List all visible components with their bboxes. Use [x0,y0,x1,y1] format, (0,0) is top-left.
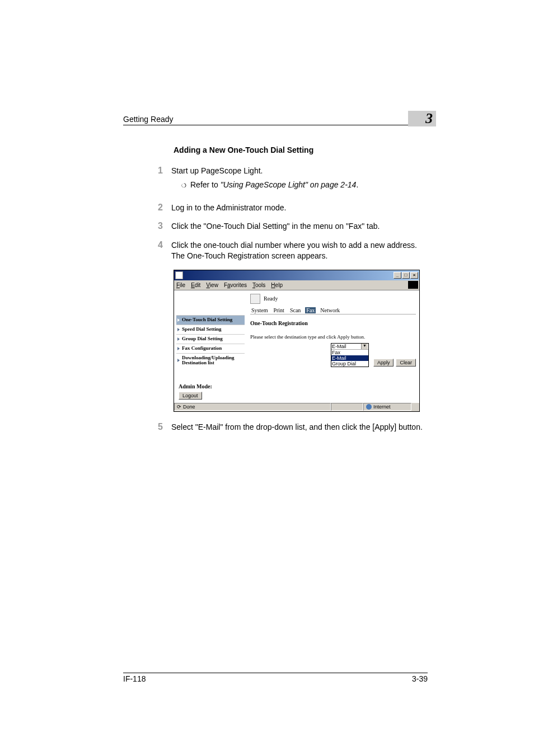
step-text: Log in to the Administrator mode. [171,203,286,214]
close-button[interactable]: × [410,272,418,279]
step-3: 3 Click the "One-Touch Dial Setting" in … [174,221,428,232]
chevron-right-icon [177,359,180,362]
step-number: 5 [158,422,171,433]
step-text: Start up PageScope Light. [171,166,358,177]
select-value: E-Mail [332,344,346,349]
chevron-right-icon [177,347,180,350]
status-zone: Internet [363,403,411,411]
step-number: 3 [158,221,171,232]
select-option[interactable]: E-Mail [331,355,368,361]
step-number: 2 [158,203,171,214]
embedded-screenshot: _ □ × File Edit View Favorites Tools Hel… [174,270,420,412]
chapter-number: 3 [425,110,433,126]
device-status: Ready [264,295,278,302]
sidebar-item-faxconfig[interactable]: Fax Configuration [176,344,245,353]
sidebar-item-groupdial[interactable]: Group Dial Setting [176,334,245,344]
clear-button[interactable]: Clear [396,359,416,367]
tab-print[interactable]: Print [272,307,285,313]
hollow-bullet-icon [181,180,190,189]
chevron-right-icon [177,318,180,322]
chapter-badge: 3 [408,111,436,126]
page-footer: IF-118 3-39 [123,673,428,683]
app-icon [175,271,183,279]
chevron-right-icon [177,337,180,341]
browser-logo-icon [408,281,418,289]
chevron-down-icon: ▼ [361,344,368,349]
tab-bar: System Print Scan Fax Network [250,307,416,314]
minimize-button[interactable]: _ [394,272,401,279]
menu-edit[interactable]: Edit [191,282,200,288]
section-title: Adding a New One-Touch Dial Setting [174,145,428,154]
footer-page-number: 3-39 [412,674,428,683]
tab-network[interactable]: Network [319,307,341,313]
sidebar-item-download[interactable]: Downloading/Uploading Destination list [176,353,245,368]
step-2: 2 Log in to the Administrator mode. [174,203,428,214]
status-segment [331,403,363,411]
menu-help[interactable]: Help [271,282,283,288]
select-option[interactable]: Fax [331,350,368,355]
browser-statusbar: ⟳ Done Internet [174,402,419,411]
menu-tools[interactable]: Tools [252,282,265,288]
tab-fax[interactable]: Fax [305,307,316,313]
sidebar: One-Touch Dial Setting Speed Dial Settin… [174,290,247,402]
step-5: 5 Select "E-Mail" from the drop-down lis… [174,422,428,433]
destination-type-select[interactable]: E-Mail ▼ Fax E-Mail Group Dial [331,343,369,367]
chevron-right-icon [177,328,180,331]
refresh-icon: ⟳ [177,403,181,410]
browser-menubar: File Edit View Favorites Tools Help [174,280,419,290]
step-text: Click the "One-Touch Dial Setting" in th… [171,221,380,232]
apply-button[interactable]: Apply [373,359,394,367]
window-titlebar: _ □ × [174,270,419,280]
menu-favorites[interactable]: Favorites [224,282,247,288]
step-text: Select "E-Mail" from the drop-down list,… [171,422,423,433]
step-text: Click the one-touch dial number where yo… [171,240,428,262]
step-number: 1 [158,166,171,195]
content-instruction: Please select the destination type and c… [250,334,416,340]
step-1: 1 Start up PageScope Light. Refer to "Us… [174,166,428,195]
tab-system[interactable]: System [250,307,269,313]
step-sub-text: Refer to "Using PageScope Light" on page… [190,180,358,189]
menu-file[interactable]: File [176,282,185,288]
menu-view[interactable]: View [206,282,218,288]
globe-icon [366,404,372,410]
sidebar-item-speeddial[interactable]: Speed Dial Setting [176,325,245,334]
select-option[interactable]: Group Dial [331,361,368,367]
status-done: ⟳ Done [174,403,331,411]
logout-button[interactable]: Logout [179,392,202,400]
footer-product: IF-118 [123,674,146,683]
step-4: 4 Click the one-touch dial number where … [174,240,428,262]
maximize-button[interactable]: □ [402,272,410,279]
running-header: Getting Ready [123,115,436,125]
sidebar-item-onetouch[interactable]: One-Touch Dial Setting [176,315,245,325]
main-panel: Ready System Print Scan Fax Network One-… [247,290,419,402]
tab-scan[interactable]: Scan [289,307,302,313]
running-head-text: Getting Ready [123,115,174,124]
printer-icon [250,294,260,304]
step-number: 4 [158,240,171,262]
admin-mode-label: Admin Mode: [176,383,245,389]
content-title: One-Touch Registration [250,320,416,326]
